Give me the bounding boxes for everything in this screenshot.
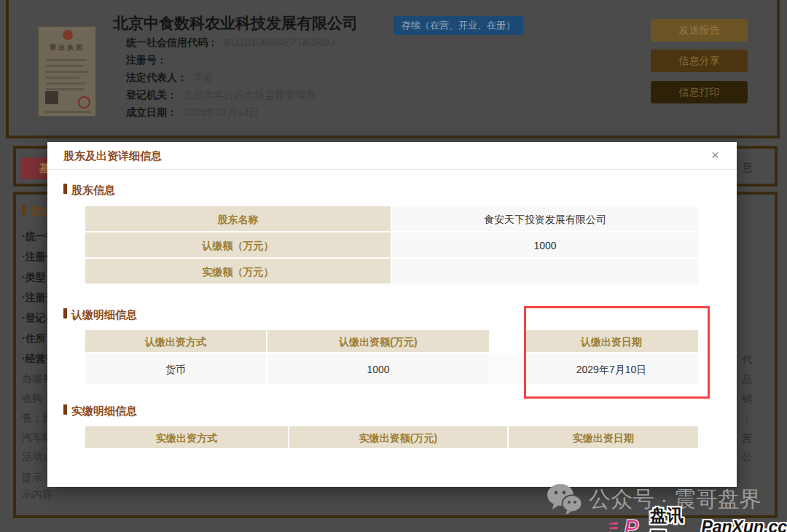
edge-char: 公	[742, 450, 752, 464]
edge-char: 营	[742, 431, 752, 445]
send-report-button[interactable]: 发送报告	[651, 19, 748, 42]
paid-table: 实缴出资方式 实缴出资额(万元) 实缴出资日期	[85, 426, 698, 450]
edge-char: 代	[742, 352, 752, 367]
shareholder-section-title: 股东信息	[63, 184, 115, 197]
field-credit-code: 统一社会信用代码：91110106MAEPTA3R0U	[126, 35, 335, 50]
close-icon[interactable]: ×	[711, 147, 719, 163]
page: 营业执照 北京中食数科农业科技发展有限公司 存续（在营、开业、在册） 统一社会信…	[0, 0, 787, 532]
field-reg-authority: 登记机关：北京市丰台区市场监督管理局	[126, 87, 316, 102]
panxun-watermark: P 盘讯网 PanXun.cc	[609, 504, 787, 532]
table-row: 实缴额（万元）	[85, 259, 698, 285]
edge-char: 销	[742, 391, 752, 406]
site-domain: PanXun.cc	[701, 517, 787, 532]
print-info-button[interactable]: 信息打印	[651, 81, 748, 103]
highlight-red-box	[524, 306, 710, 399]
field-establish-date: 成立日期：2025年07月14日	[126, 105, 259, 120]
field-legal-rep: 法定代表人：李睿	[126, 70, 214, 85]
shareholder-table: 股东名称 食安天下投资发展有限公司 认缴额（万元） 1000 实缴额（万元）	[85, 206, 698, 285]
shareholder-detail-modal: 股东及出资详细信息 × 股东信息 股东名称 食安天下投资发展有限公司 认缴额（万…	[47, 142, 737, 487]
svg-text:P: P	[624, 515, 639, 532]
business-license-thumbnail[interactable]: 营业执照	[38, 26, 96, 117]
site-name: 盘讯网	[650, 504, 695, 532]
license-red-seal	[78, 96, 90, 109]
status-badge: 存续（在营、开业、在册）	[394, 16, 523, 35]
subscribed-section-title: 认缴明细信息	[63, 308, 137, 322]
edge-char: ；	[742, 411, 752, 426]
paid-section-title: 实缴明细信息	[63, 404, 137, 418]
field-reg-number: 注册号：	[126, 52, 173, 67]
tab-partial-label[interactable]: 息	[742, 161, 753, 175]
wechat-icon	[547, 483, 583, 515]
company-name: 北京中食数科农业科技发展有限公司	[113, 13, 358, 34]
modal-header: 股东及出资详细信息 ×	[47, 142, 737, 170]
table-row: 认缴额（万元） 1000	[85, 232, 698, 259]
national-emblem-icon	[63, 30, 73, 40]
share-info-button[interactable]: 信息分享	[651, 50, 748, 72]
modal-title: 股东及出资详细信息	[63, 149, 162, 163]
panxun-logo-icon: P	[609, 513, 650, 532]
license-title: 营业执照	[39, 43, 95, 52]
table-row: 股东名称 食安天下投资发展有限公司	[85, 206, 698, 232]
edge-char: 品	[742, 372, 752, 386]
license-qr-code	[45, 91, 58, 104]
table-header-row: 实缴出资方式 实缴出资额(万元) 实缴出资日期	[85, 426, 698, 450]
